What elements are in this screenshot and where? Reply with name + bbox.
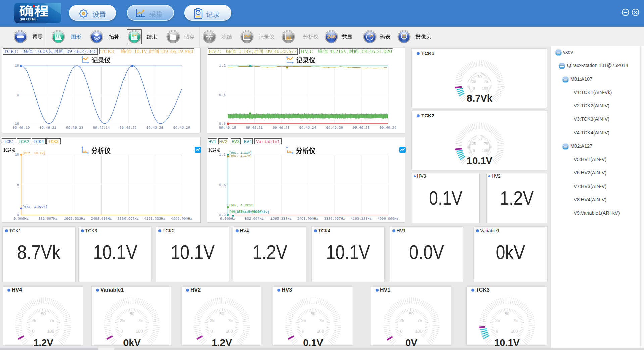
svg-text:0: 0 <box>211 329 213 334</box>
svg-text:75: 75 <box>49 318 54 323</box>
svg-text:75: 75 <box>484 79 488 83</box>
svg-text:0: 0 <box>473 86 475 90</box>
svg-text:75: 75 <box>513 318 518 323</box>
svg-text:25: 25 <box>120 318 125 323</box>
svg-text:75: 75 <box>417 318 422 323</box>
svg-text:100: 100 <box>511 329 518 334</box>
svg-text:25: 25 <box>301 318 306 323</box>
svg-text:0: 0 <box>473 149 475 153</box>
svg-text:50: 50 <box>219 312 224 316</box>
svg-text:0: 0 <box>32 329 35 334</box>
svg-text:75: 75 <box>228 318 233 323</box>
svg-text:50: 50 <box>505 312 509 316</box>
svg-text:0: 0 <box>302 329 304 334</box>
svg-text:100: 100 <box>482 86 488 90</box>
svg-text:25: 25 <box>472 142 476 146</box>
svg-text:100: 100 <box>136 329 143 334</box>
svg-text:100: 100 <box>226 329 233 334</box>
svg-text:100: 100 <box>317 329 324 334</box>
svg-text:25: 25 <box>495 318 500 323</box>
svg-text:0: 0 <box>121 329 123 334</box>
svg-text:25: 25 <box>472 79 476 83</box>
svg-text:50: 50 <box>477 137 481 141</box>
svg-text:50: 50 <box>41 312 46 316</box>
svg-text:25: 25 <box>210 318 215 323</box>
svg-text:75: 75 <box>484 142 488 146</box>
svg-text:50: 50 <box>477 74 481 79</box>
svg-text:0: 0 <box>496 329 498 334</box>
svg-text:75: 75 <box>319 318 324 323</box>
svg-text:100: 100 <box>415 329 423 334</box>
svg-text:50: 50 <box>311 312 315 316</box>
svg-text:50: 50 <box>409 312 414 316</box>
svg-text:25: 25 <box>400 318 404 323</box>
svg-text:25: 25 <box>32 318 36 323</box>
svg-text:75: 75 <box>138 318 143 323</box>
svg-text:0: 0 <box>400 329 403 334</box>
svg-text:50: 50 <box>130 312 134 316</box>
svg-text:100: 100 <box>47 329 54 334</box>
svg-text:100: 100 <box>482 149 488 153</box>
